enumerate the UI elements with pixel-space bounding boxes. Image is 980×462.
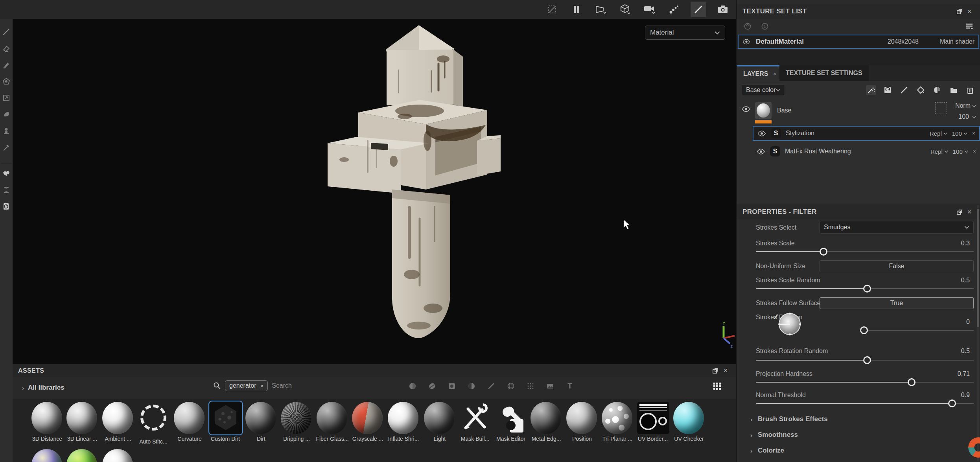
geometry-mode-button[interactable] xyxy=(617,2,633,17)
asset-item[interactable]: 3D Linear ... xyxy=(64,402,100,442)
perspective-view-button[interactable] xyxy=(593,2,609,17)
texture-set-popout-button[interactable] xyxy=(954,6,964,17)
normal-threshold-slider[interactable] xyxy=(756,399,974,407)
search-tag-chip[interactable]: generator × xyxy=(225,380,268,391)
list-options-icon[interactable] xyxy=(964,21,974,31)
fonts-filter-icon[interactable]: T xyxy=(565,381,575,391)
asset-item[interactable] xyxy=(29,449,65,462)
smudge-tool-icon[interactable] xyxy=(2,94,11,102)
projection-hardness-slider[interactable] xyxy=(756,378,974,386)
eye-icon[interactable] xyxy=(757,149,765,155)
asset-item[interactable]: Fiber Glass... xyxy=(314,402,350,442)
viewport-3d[interactable]: Material Y x z xyxy=(13,19,736,364)
asset-item[interactable]: Light xyxy=(422,402,458,442)
strokes-select-dropdown[interactable]: Smudges xyxy=(820,221,974,234)
projection-tool-icon[interactable] xyxy=(2,61,11,69)
layer-row-base[interactable]: Base Norm 100 xyxy=(737,101,980,124)
opacity-dropdown[interactable]: 100 xyxy=(953,148,968,155)
clone-tool-icon[interactable] xyxy=(2,110,11,119)
history-icon[interactable] xyxy=(2,186,11,194)
asset-item-selected[interactable]: Custom Dirt xyxy=(207,402,243,442)
asset-item[interactable]: Dripping ... xyxy=(278,402,315,442)
strokes-follow-surface-toggle[interactable]: True xyxy=(820,297,974,309)
properties-popout-button[interactable] xyxy=(954,207,964,217)
mask-slot[interactable] xyxy=(935,102,947,114)
asset-item[interactable]: Metal Edg... xyxy=(528,402,564,442)
strokes-rotation-dial[interactable] xyxy=(779,313,801,335)
remove-layer-icon[interactable]: × xyxy=(972,130,975,136)
tab-texture-set-settings[interactable]: TEXTURE SET SETTINGS xyxy=(779,65,869,81)
materials-filter-icon[interactable] xyxy=(407,381,418,391)
asset-item[interactable]: Ambient ... xyxy=(100,402,136,442)
channel-filter-dropdown[interactable]: Base color xyxy=(742,84,785,96)
properties-close-button[interactable]: × xyxy=(964,207,974,217)
polygon-fill-tool-icon[interactable] xyxy=(2,77,11,86)
alphas-filter-icon[interactable] xyxy=(525,381,536,391)
sync-visibility-icon[interactable] xyxy=(742,21,753,31)
asset-item[interactable]: Auto Stitc... xyxy=(135,402,171,445)
strokes-scale-slider[interactable] xyxy=(756,248,974,256)
asset-item[interactable] xyxy=(64,449,100,462)
shading-mode-dropdown[interactable]: Material xyxy=(645,26,725,40)
eraser-tool-icon[interactable] xyxy=(2,44,11,53)
add-effect-button[interactable] xyxy=(866,85,876,95)
opacity-dropdown[interactable]: 100 xyxy=(958,113,976,120)
blend-mode-dropdown[interactable]: Repl xyxy=(930,130,947,137)
snapshot-button[interactable] xyxy=(715,2,731,17)
export-resource-icon[interactable] xyxy=(2,202,11,211)
add-smart-material-button[interactable] xyxy=(932,85,942,95)
asset-item[interactable]: 3D Distance xyxy=(29,402,65,442)
quick-mask-icon[interactable]: 1 xyxy=(2,169,11,178)
tab-layers[interactable]: LAYERS × xyxy=(737,65,783,81)
asset-item[interactable]: UV Border... xyxy=(635,402,671,442)
filters-filter-icon[interactable] xyxy=(466,381,477,391)
paint-tool-button[interactable] xyxy=(691,2,706,17)
strokes-rotation-random-slider[interactable] xyxy=(756,356,974,364)
smart-materials-filter-icon[interactable] xyxy=(427,381,437,391)
asset-item[interactable]: Mask Buil... xyxy=(457,402,493,442)
grid-view-button[interactable] xyxy=(712,381,722,391)
material-picker-tool-icon[interactable] xyxy=(2,143,11,152)
textures-filter-icon[interactable] xyxy=(545,381,555,391)
texture-set-close-button[interactable]: × xyxy=(964,6,974,17)
delete-layer-button[interactable] xyxy=(965,85,975,95)
add-fill-layer-button[interactable] xyxy=(916,85,926,95)
solo-visibility-icon[interactable]: 1 xyxy=(760,21,770,31)
remove-layer-icon[interactable]: × xyxy=(973,148,976,155)
pause-button[interactable] xyxy=(569,2,584,17)
asset-item[interactable]: Tri-Planar ... xyxy=(599,402,636,442)
axis-gizmo[interactable]: Y x z xyxy=(713,321,736,349)
assets-popout-button[interactable] xyxy=(710,366,720,376)
section-smoothness[interactable]: › Smoothness xyxy=(750,431,798,439)
close-tab-icon[interactable]: × xyxy=(773,70,776,77)
strokes-rotation-slider[interactable] xyxy=(862,326,974,334)
blend-mode-dropdown[interactable]: Repl xyxy=(930,148,948,155)
layer-row-matfx-rust-weathering[interactable]: S MatFx Rust Weathering Repl 100 × xyxy=(753,144,980,159)
properties-scrollbar[interactable] xyxy=(977,205,979,461)
section-colorize[interactable]: › Colorize xyxy=(750,447,784,455)
strokes-scale-random-slider[interactable] xyxy=(756,285,974,293)
eye-icon[interactable] xyxy=(757,131,766,136)
opacity-dropdown[interactable]: 100 xyxy=(952,130,967,137)
asset-item[interactable]: UV Checker xyxy=(671,402,707,442)
camera-view-button[interactable] xyxy=(642,2,658,17)
brushes-filter-icon[interactable] xyxy=(486,381,496,391)
asset-item[interactable]: Dirt xyxy=(243,402,279,442)
eye-icon[interactable] xyxy=(742,39,750,44)
stamp-tool-icon[interactable] xyxy=(2,127,11,135)
remove-tag-icon[interactable]: × xyxy=(260,383,264,389)
add-group-button[interactable] xyxy=(949,85,959,95)
add-paint-layer-button[interactable] xyxy=(899,85,909,95)
asset-item[interactable]: Position xyxy=(564,402,600,442)
texture-set-row[interactable]: DefaultMaterial 2048x2048 Main shader xyxy=(738,35,979,49)
non-uniform-size-toggle[interactable]: False xyxy=(820,260,974,272)
layer-row-stylization[interactable]: S Stylization Repl 100 × xyxy=(753,126,980,141)
all-libraries-toggle[interactable]: › All libraries xyxy=(22,384,64,392)
assets-search[interactable]: generator × Search xyxy=(213,380,292,391)
paint-brush-tool-icon[interactable] xyxy=(2,28,11,36)
procedurals-filter-icon[interactable] xyxy=(506,381,516,391)
particles-button[interactable] xyxy=(666,2,682,17)
blend-mode-dropdown[interactable]: Norm xyxy=(955,102,976,109)
asset-item[interactable]: Curvature xyxy=(171,402,208,442)
smart-masks-filter-icon[interactable] xyxy=(447,381,457,391)
